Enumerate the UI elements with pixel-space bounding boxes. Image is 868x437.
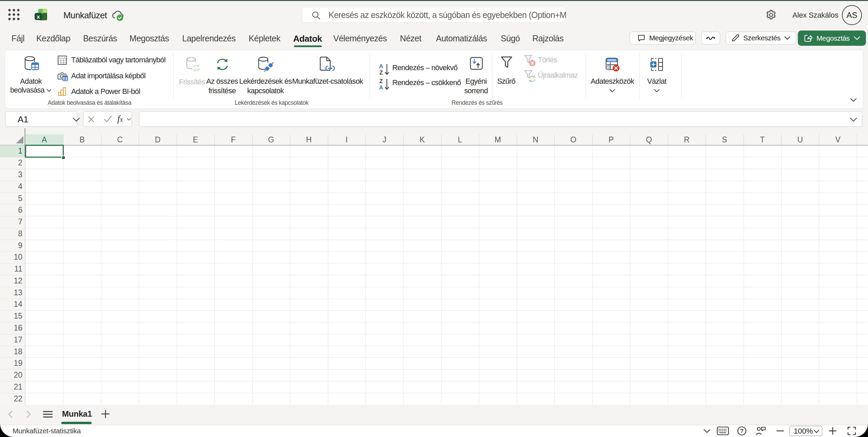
svg-text:Z: Z	[379, 69, 383, 76]
svg-text:?: ?	[740, 428, 744, 434]
svg-text:Z: Z	[379, 78, 383, 84]
svg-text:A: A	[379, 63, 383, 69]
svg-text:x: x	[37, 14, 40, 20]
svg-text:A: A	[379, 84, 383, 91]
